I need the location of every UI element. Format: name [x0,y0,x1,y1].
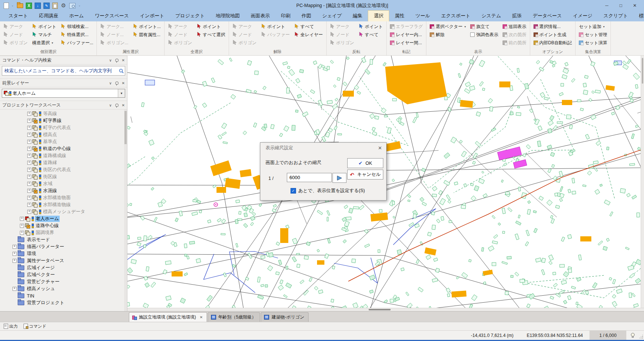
menu-tab-画面表示[interactable]: 画面表示 [245,11,275,21]
minimize-button[interactable]: ─ [600,0,614,11]
foreground-layer-select[interactable]: 老人ホーム ▼ [2,89,125,98]
menu-tab-データベース[interactable]: データベース [527,11,567,21]
menu-tab-属性[interactable]: 属性 [389,11,410,21]
tree-item-広域ベクター[interactable]: 広域ベクター [0,271,127,278]
map-vertical-scrollbar[interactable] [641,56,644,311]
expand-icon[interactable]: + [13,259,17,263]
tree-item-軌道の中心線[interactable]: +✓軌道の中心線 [0,145,127,152]
expand-icon[interactable]: + [27,133,31,137]
pin-icon[interactable] [115,81,119,85]
expand-icon[interactable]: + [20,224,24,228]
ribbon-button-セット管理[interactable]: セット管理 [577,31,609,39]
paste-icon[interactable] [52,3,58,9]
tree-item-水涯線[interactable]: +✓水涯線 [0,187,127,194]
pin-icon[interactable] [115,59,119,62]
tree-item-水部構造物面[interactable]: +水部構造物面 [0,194,127,201]
expand-icon[interactable]: + [27,175,31,179]
ribbon-button-構造選択[interactable]: 構造選択▾ [30,39,58,47]
ribbon-button-巡回表示[interactable]: 巡回表示 [501,22,528,31]
new-file-icon[interactable] [4,3,9,9]
expand-icon[interactable]: + [27,154,31,158]
apply-scale-button[interactable] [332,173,346,183]
lightbulb-icon[interactable] [626,333,639,338]
menu-tab-スタート[interactable]: スタート [3,11,34,21]
expand-icon[interactable]: + [27,161,31,165]
tree-item-基準点[interactable]: +基準点 [0,138,127,145]
menu-tab-インポート[interactable]: インポート [134,11,170,21]
ribbon-button-旗立て[interactable]: 旗立て [468,22,500,31]
ribbon-button-解除[interactable]: 解除 [428,31,468,39]
maximize-button[interactable]: □ [614,0,628,11]
resize-grip[interactable] [639,331,644,340]
dialog-close-icon[interactable]: ✕ [374,145,386,151]
tree-item-水部構造物線[interactable]: +水部構造物線 [0,201,127,208]
tree-item-背景プロジェクト[interactable]: 背景プロジェクト [0,299,127,306]
close-icon[interactable]: ✕ [122,58,125,62]
expand-icon[interactable]: + [27,203,31,207]
expand-icon[interactable]: + [27,182,31,186]
expand-icon[interactable]: + [20,231,24,235]
new-file-dropdown-icon[interactable]: ⌄ [11,4,14,7]
tree-item-標高メッシュ[interactable]: +標高メッシュ [0,285,127,292]
tree-item-等高線[interactable]: +等高線 [0,110,127,117]
tree-item-属性データベース[interactable]: +属性データベース [0,257,127,264]
ribbon-button-全レイヤー[interactable]: 全レイヤー [292,31,325,39]
menu-tab-印刷[interactable]: 印刷 [275,11,296,21]
import-edit-icon[interactable]: ✎ [43,3,50,9]
ribbon-button-ポイント[interactable]: ポイント [30,22,58,31]
menu-tab-応用講座[interactable]: 応用講座 [34,11,64,21]
map-horizontal-scrollbar[interactable] [127,308,644,311]
tree-item-国調境界[interactable]: +国調境界 [0,229,127,236]
qat-overflow-icon[interactable]: ⌄ [78,3,81,9]
expand-icon[interactable]: + [13,245,17,249]
ribbon-button-ポイント生成[interactable]: ポイント生成 [532,31,574,39]
menu-tab-ホーム[interactable]: ホーム [64,11,89,21]
tab-close-icon[interactable]: ✕ [200,315,203,319]
command-tab[interactable]: コマンド [21,323,49,330]
status-scale[interactable]: 1 / 6,000 [590,331,626,340]
tree-item-広域イメージ[interactable]: 広域イメージ [0,264,127,271]
ribbon-button-ポイント[interactable]: ポイント... [131,22,163,31]
tree-item-老人ホーム[interactable]: +老人ホーム [0,215,127,222]
ribbon-button-バッファー[interactable]: バッファー... [59,39,95,47]
open-folder-icon[interactable] [17,3,23,8]
tree-item-表示モード[interactable]: 表示モード [0,236,127,243]
expand-icon[interactable]: + [13,252,17,256]
close-icon[interactable]: ✕ [122,81,125,85]
menu-tab-編集[interactable]: 編集 [347,11,368,21]
map-search-icon[interactable] [69,3,75,8]
ribbon-button-領域検索[interactable]: 領域検索... [59,22,95,31]
tree-item-道路構成線[interactable]: +道路構成線 [0,152,127,159]
ribbon-button-マルチ[interactable]: マルチ [30,31,58,39]
ribbon-button-固有属性[interactable]: 固有属性... [131,31,163,39]
search-icon[interactable] [117,69,125,73]
cancel-button[interactable]: ↶ キャンセル [347,170,383,180]
ribbon-button-ポイント[interactable]: ポイント [357,22,385,31]
close-icon[interactable]: ✕ [122,103,125,107]
doc-tab-年齢別（5歳階級）[interactable]: 年齢別（5歳階級） [208,312,260,322]
ribbon-button-レイヤー内[interactable]: レイヤー内... [388,31,425,39]
menu-tab-標高[interactable]: 標高 [633,11,644,21]
tree-item-街区線[interactable]: +街区線 [0,173,127,180]
ribbon-button-特殊選択[interactable]: 特殊選択... [59,31,95,39]
tree-item-街区の代表点[interactable]: +街区の代表点 [0,166,127,173]
tree-item-標高点[interactable]: +標高点 [0,131,127,138]
menu-tab-エクスポート[interactable]: エクスポート [436,11,476,21]
expand-icon[interactable]: + [27,189,31,193]
chevron-down-icon[interactable]: ∨ [109,58,112,62]
tree-item-道路縁[interactable]: +道路縁 [0,159,127,166]
tree-scrollbar[interactable] [124,109,127,311]
chevron-down-icon[interactable]: ▾ [464,25,466,28]
highlight-color-checkbox[interactable] [470,32,475,37]
expand-icon[interactable]: + [20,217,24,221]
tree-item-標高メッシュデータ[interactable]: +標高メッシュデータ [0,208,127,215]
tree-item-水域[interactable]: +水域 [0,180,127,187]
ribbon-button-すべて選択[interactable]: すべて選択 [195,31,227,39]
tree-item-TIN[interactable]: TIN [0,292,127,299]
tree-item-町字界線[interactable]: +✓町字界線 [0,117,127,124]
menu-tab-プロジェクト[interactable]: プロジェクト [170,11,210,21]
excel-export-icon[interactable]: X [26,3,32,9]
ok-button[interactable]: ✔ OK [347,158,383,168]
menu-tab-作図[interactable]: 作図 [296,11,317,21]
ribbon-button-ポイント[interactable]: ポイント [259,22,292,31]
